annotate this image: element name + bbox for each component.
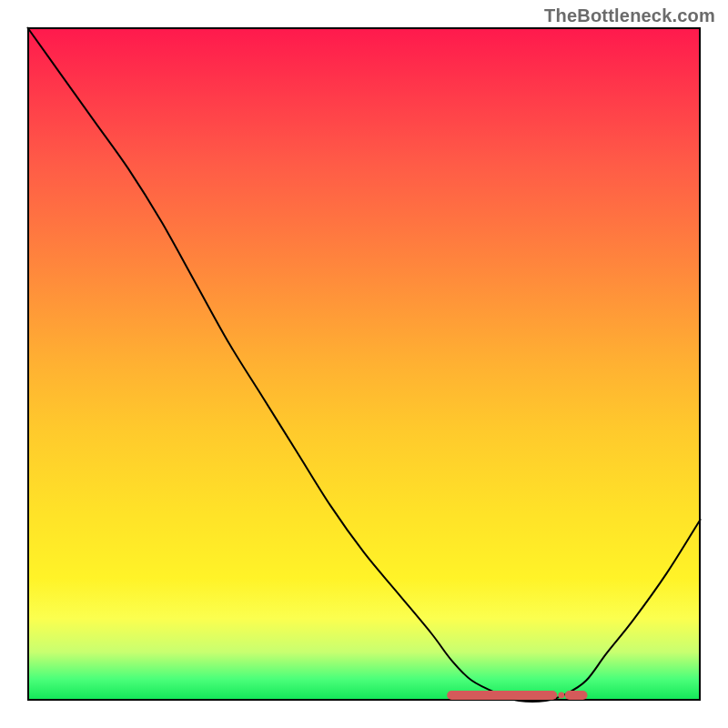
bottleneck-curve	[27, 27, 701, 702]
optimal-range-gap-dot	[558, 693, 564, 699]
watermark-text: TheBottleneck.com	[544, 5, 715, 26]
chart-svg	[27, 27, 701, 701]
chart-container: TheBottleneck.com	[0, 0, 728, 728]
optimal-range-markers	[451, 693, 582, 699]
